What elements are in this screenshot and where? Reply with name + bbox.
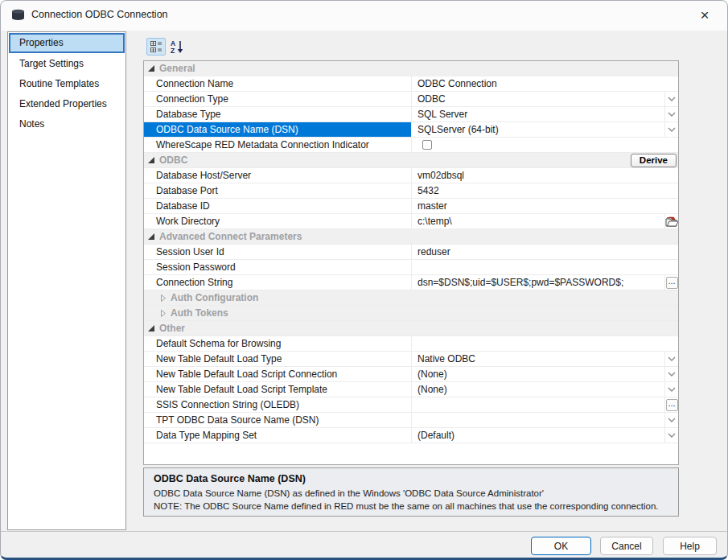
window-title: Connection ODBC Connection (31, 1, 168, 28)
section-other[interactable]: Other (144, 321, 678, 336)
row-data-type-mapping-set[interactable]: Data Type Mapping Set (Default) (144, 428, 678, 443)
property-value[interactable] (411, 260, 678, 274)
row-load-script-connection[interactable]: New Table Default Load Script Connection… (144, 367, 678, 382)
row-odbc-dsn[interactable]: ODBC Data Source Name (DSN) SQLServer (6… (144, 122, 678, 138)
row-database-port[interactable]: Database Port 5432 (144, 183, 678, 199)
chevron-down-icon[interactable] (664, 122, 678, 137)
ok-button[interactable]: OK (531, 537, 591, 555)
title-bar: Connection ODBC Connection × (1, 1, 727, 31)
alphabetical-sort-icon[interactable]: A Z (169, 39, 185, 55)
triangle-expanded-icon (148, 233, 154, 240)
connection-properties-dialog: Connection ODBC Connection × Properties … (0, 0, 728, 560)
subsection-label: Auth Configuration (171, 290, 258, 305)
property-value[interactable]: vm02dbsql (411, 168, 678, 183)
property-label[interactable]: Data Type Mapping Set (144, 428, 411, 443)
property-label[interactable]: New Table Default Load Script Connection (144, 367, 411, 381)
triangle-expanded-icon (148, 157, 154, 163)
property-label[interactable]: Connection Type (144, 92, 411, 106)
chevron-down-icon[interactable] (664, 367, 678, 381)
row-session-user-id[interactable]: Session User Id reduser (144, 245, 678, 260)
property-value[interactable]: ODBC (411, 92, 664, 106)
description-title: ODBC Data Source Name (DSN) (154, 473, 668, 484)
folder-browse-icon[interactable] (664, 214, 678, 229)
property-value[interactable] (411, 397, 664, 412)
footer-divider (1, 531, 727, 532)
row-work-directory[interactable]: Work Directory c:\temp\ (144, 214, 678, 229)
sidebar-item-routine-templates[interactable]: Routine Templates (8, 74, 125, 94)
property-value[interactable] (411, 336, 678, 351)
sidebar-item-notes[interactable]: Notes (8, 114, 125, 134)
row-connection-string[interactable]: Connection String dsn=$DSN$;uid=$USER$;p… (144, 275, 678, 290)
sidebar-item-extended-properties[interactable]: Extended Properties (8, 94, 125, 114)
property-value[interactable]: SQL Server (411, 107, 664, 121)
row-database-id[interactable]: Database ID master (144, 199, 678, 214)
sidebar-item-target-settings[interactable]: Target Settings (8, 54, 125, 74)
property-label[interactable]: Default Schema for Browsing (144, 336, 411, 351)
subsection-auth-configuration[interactable]: Auth Configuration (144, 290, 678, 306)
ellipsis-button-container: ... (664, 275, 678, 290)
chevron-down-icon[interactable] (664, 107, 678, 121)
property-label[interactable]: Connection String (144, 275, 411, 290)
ellipsis-button-container: ... (664, 397, 678, 412)
row-session-password[interactable]: Session Password (144, 260, 678, 275)
property-label-selected[interactable]: ODBC Data Source Name (DSN) (144, 122, 411, 137)
sidebar: Properties Target Settings Routine Templ… (7, 31, 126, 530)
row-connection-name[interactable]: Connection Name ODBC Connection (144, 76, 678, 92)
property-value[interactable]: Native ODBC (411, 352, 664, 366)
chevron-down-icon[interactable] (664, 382, 678, 397)
property-label[interactable]: New Table Default Load Script Template (144, 382, 411, 397)
property-value[interactable]: reduser (411, 245, 678, 259)
row-new-table-default-load-type[interactable]: New Table Default Load Type Native ODBC (144, 352, 678, 367)
property-label[interactable]: WhereScape RED Metadata Connection Indic… (144, 138, 411, 152)
property-label[interactable]: Database ID (144, 199, 411, 213)
property-label[interactable]: TPT ODBC Data Source Name (DSN) (144, 413, 411, 427)
property-label[interactable]: SSIS Connection String (OLEDB) (144, 397, 411, 412)
section-odbc[interactable]: ODBC Derive (144, 153, 678, 168)
section-advanced-connect-parameters[interactable]: Advanced Connect Parameters (144, 229, 678, 245)
property-value[interactable]: (None) (411, 367, 664, 381)
property-label[interactable]: Database Type (144, 107, 411, 121)
property-value[interactable]: master (411, 199, 678, 213)
chevron-down-icon[interactable] (664, 352, 678, 366)
derive-button[interactable]: Derive (631, 154, 677, 167)
property-label[interactable]: Database Port (144, 183, 411, 198)
triangle-collapsed-icon (161, 294, 166, 302)
row-metadata-connection-indicator[interactable]: WhereScape RED Metadata Connection Indic… (144, 138, 678, 153)
cancel-button[interactable]: Cancel (600, 537, 653, 555)
property-value[interactable]: ODBC Connection (411, 76, 678, 91)
subsection-auth-tokens[interactable]: Auth Tokens (144, 306, 678, 321)
property-label[interactable]: Session Password (144, 260, 411, 274)
property-value[interactable]: (Default) (411, 428, 664, 443)
property-label[interactable]: Work Directory (144, 214, 411, 229)
triangle-expanded-icon (148, 65, 154, 72)
row-tpt-odbc-dsn[interactable]: TPT ODBC Data Source Name (DSN) (144, 413, 678, 428)
property-value[interactable]: 5432 (411, 183, 678, 198)
categorized-view-icon[interactable] (146, 38, 166, 56)
metadata-connection-checkbox[interactable] (422, 140, 432, 150)
property-label[interactable]: Database Host/Server (144, 168, 411, 183)
sidebar-item-properties[interactable]: Properties (9, 33, 125, 53)
property-value[interactable]: c:\temp\ (411, 214, 664, 229)
close-icon[interactable]: × (693, 5, 716, 26)
property-label[interactable]: Connection Name (144, 76, 411, 91)
property-value[interactable]: SQLServer (64-bit) (411, 122, 664, 137)
row-connection-type[interactable]: Connection Type ODBC (144, 92, 678, 107)
row-default-schema[interactable]: Default Schema for Browsing (144, 336, 678, 352)
section-general[interactable]: General (144, 61, 678, 76)
chevron-down-icon[interactable] (664, 92, 678, 106)
chevron-down-icon[interactable] (664, 428, 678, 443)
property-label[interactable]: Session User Id (144, 245, 411, 259)
row-load-script-template[interactable]: New Table Default Load Script Template (… (144, 382, 678, 397)
row-database-type[interactable]: Database Type SQL Server (144, 107, 678, 122)
ellipsis-button[interactable]: ... (666, 399, 678, 411)
row-ssis-connection-string[interactable]: SSIS Connection String (OLEDB) ... (144, 397, 678, 413)
help-button[interactable]: Help (663, 537, 717, 555)
row-database-host[interactable]: Database Host/Server vm02dbsql (144, 168, 678, 183)
ellipsis-button[interactable]: ... (666, 277, 678, 289)
property-value[interactable]: (None) (411, 382, 664, 397)
property-value[interactable] (411, 413, 664, 427)
property-value[interactable]: dsn=$DSN$;uid=$USER$;pwd=$PASSWORD$; (411, 275, 664, 290)
chevron-down-icon[interactable] (664, 413, 678, 427)
property-label[interactable]: New Table Default Load Type (144, 352, 411, 366)
database-connection-icon (11, 9, 25, 21)
